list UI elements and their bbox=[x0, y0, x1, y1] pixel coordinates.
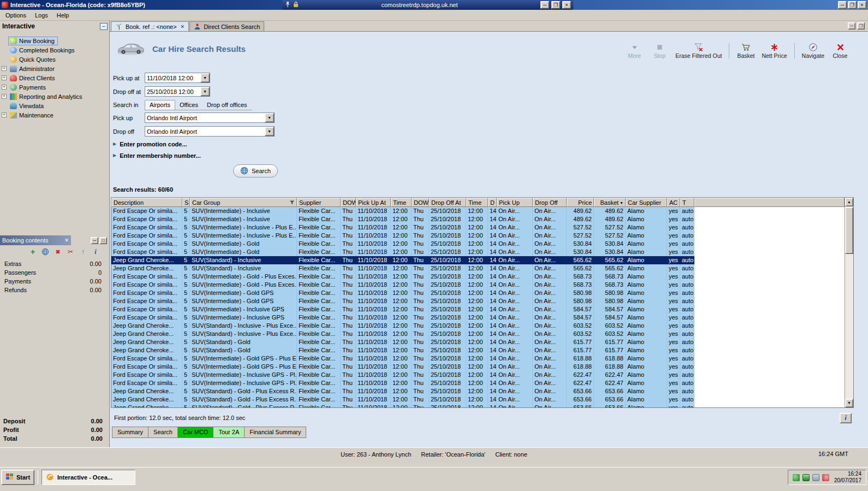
column-header-description-0[interactable]: Description bbox=[111, 198, 182, 207]
table-row[interactable]: Jeep Grand Cheroke...5SUV(Standard) - In… bbox=[111, 256, 845, 264]
scroll-down-icon[interactable]: ▼ bbox=[845, 399, 853, 407]
column-header-price-13[interactable]: Price bbox=[567, 198, 594, 207]
sidebar-item-maintenance[interactable]: +Maintenance bbox=[2, 110, 109, 120]
table-row[interactable]: Ford Escape Or simila...5SUV(Intermediat… bbox=[111, 313, 845, 322]
booking-contents-float-button[interactable]: □ bbox=[99, 237, 107, 244]
sidebar-item-quick-quotes[interactable]: Quick Quotes bbox=[2, 55, 109, 64]
tab-direct-clients-search[interactable]: Direct Clients Search bbox=[189, 21, 264, 31]
search-in-tab-drop-off-offices[interactable]: Drop off offices bbox=[203, 100, 252, 110]
column-header-dow-7[interactable]: DOW bbox=[412, 198, 429, 207]
column-header-time-9[interactable]: Time bbox=[466, 198, 488, 207]
info-icon[interactable]: i bbox=[91, 248, 100, 256]
column-header-ac-16[interactable]: AC bbox=[667, 198, 680, 207]
table-row[interactable]: Ford Escape Or simila...5SUV(Intermediat… bbox=[111, 223, 845, 232]
column-header-pick-up-at-5[interactable]: Pick Up At bbox=[356, 198, 391, 207]
column-header-drop-off-12[interactable]: Drop Off bbox=[533, 198, 567, 207]
close-window-button[interactable]: × bbox=[858, 1, 866, 9]
promotion-code-expander[interactable]: ▶ Enter promotion code... bbox=[110, 138, 868, 150]
column-header-time-6[interactable]: Time bbox=[391, 198, 412, 207]
rdp-restore-button[interactable]: ❐ bbox=[551, 1, 560, 9]
table-row[interactable]: Ford Escape Or simila...5SUV(Intermediat… bbox=[111, 371, 845, 379]
bottom-tab-financial-summary[interactable]: Financial Summary bbox=[244, 427, 306, 438]
scroll-up-icon[interactable]: ▲ bbox=[845, 198, 853, 206]
column-header-car-supplier-15[interactable]: Car Supplier bbox=[626, 198, 667, 207]
column-header-basket-14[interactable]: Basket▼ bbox=[594, 198, 626, 207]
close-button[interactable]: Close bbox=[831, 43, 849, 59]
search-in-tab-airports[interactable]: Airports bbox=[145, 100, 175, 110]
search-in-tab-offices[interactable]: Offices bbox=[175, 100, 203, 110]
table-row[interactable]: Jeep Grand Cheroke...5SUV(Standard) - In… bbox=[111, 264, 845, 273]
tab-book-ref-none[interactable]: Book. ref .: <none>✕ bbox=[111, 21, 189, 31]
pickup-at-dropdown-icon[interactable]: ▼ bbox=[200, 73, 210, 82]
pickup-input[interactable] bbox=[145, 115, 265, 121]
dropoff-at-input[interactable] bbox=[145, 88, 200, 95]
table-row[interactable]: Ford Escape Or simila...5SUV(Intermediat… bbox=[111, 379, 845, 387]
sidebar-collapse-button[interactable]: − bbox=[100, 23, 108, 30]
pickup-at-input[interactable] bbox=[145, 75, 200, 81]
bottom-tab-search[interactable]: Search bbox=[148, 427, 178, 438]
sidebar-item-payments[interactable]: +Payments bbox=[2, 82, 109, 92]
sidebar-item-completed-bookings[interactable]: Completed Bookings bbox=[2, 45, 109, 55]
rdp-minimize-button[interactable]: ─ bbox=[540, 1, 549, 9]
table-row[interactable]: Ford Escape Or simila...5SUV(Intermediat… bbox=[111, 273, 845, 281]
table-row[interactable]: Jeep Grand Cheroke...5SUV(Standard) - In… bbox=[111, 330, 845, 338]
column-header-car-group-2[interactable]: Car Group bbox=[190, 198, 297, 207]
table-row[interactable]: Jeep Grand Cheroke...5SUV(Standard) - Go… bbox=[111, 338, 845, 346]
table-row[interactable]: Ford Escape Or simila...5SUV(Intermediat… bbox=[111, 207, 845, 215]
basket-button[interactable]: Basket bbox=[736, 43, 755, 59]
nett-price-button[interactable]: Nett Price bbox=[762, 43, 787, 59]
sidebar-item-reporting-and-analytics[interactable]: +Reporting and Analytics bbox=[2, 92, 109, 101]
cut-icon[interactable]: ✂ bbox=[66, 248, 75, 256]
table-row[interactable]: Ford Escape Or simila...5SUV(Intermediat… bbox=[111, 215, 845, 223]
task-button[interactable]: Interactive - Ocea... bbox=[41, 470, 135, 485]
dropoff-dropdown-icon[interactable]: ▼ bbox=[265, 127, 274, 136]
close-tab-icon[interactable]: ✕ bbox=[181, 24, 185, 29]
maximize-button[interactable]: ❐ bbox=[848, 1, 857, 9]
dropoff-at-dropdown-icon[interactable]: ▼ bbox=[200, 87, 210, 96]
sidebar-item-new-booking[interactable]: New Booking bbox=[2, 36, 109, 45]
table-row[interactable]: Ford Escape Or simila...5SUV(Intermediat… bbox=[111, 248, 845, 256]
column-header-t-17[interactable]: T bbox=[680, 198, 694, 207]
start-button[interactable]: Start bbox=[1, 470, 34, 485]
menu-help[interactable]: Help bbox=[52, 10, 74, 20]
table-row[interactable]: Ford Escape Or simila...5SUV(Intermediat… bbox=[111, 240, 845, 248]
table-row[interactable]: Jeep Grand Cheroke...5SUV(Standard) - Go… bbox=[111, 404, 845, 408]
booking-contents-minimize-button[interactable]: ─ bbox=[91, 237, 98, 244]
table-row[interactable]: Ford Escape Or simila...5SUV(Intermediat… bbox=[111, 354, 845, 363]
table-row[interactable]: Jeep Grand Cheroke...5SUV(Standard) - Go… bbox=[111, 395, 845, 404]
pin-icon[interactable] bbox=[284, 1, 291, 9]
rdp-close-button[interactable]: × bbox=[562, 1, 571, 9]
column-header-drop-off-at-8[interactable]: Drop Off At bbox=[429, 198, 466, 207]
scroll-thumb[interactable] bbox=[845, 207, 853, 254]
up-icon[interactable]: ↑ bbox=[79, 248, 87, 256]
column-header-dow-4[interactable]: DOW bbox=[341, 198, 356, 207]
column-header-s-1[interactable]: S bbox=[182, 198, 190, 207]
membership-number-expander[interactable]: ▶ Enter membership number... bbox=[110, 150, 868, 161]
mdi-minimize-button[interactable]: ─ bbox=[848, 22, 855, 29]
sidebar-item-viewdata[interactable]: Viewdata bbox=[2, 101, 109, 110]
table-scrollbar[interactable]: ▲ ▼ bbox=[845, 198, 853, 407]
column-header-d-10[interactable]: D bbox=[488, 198, 497, 207]
add-icon[interactable]: + bbox=[28, 248, 37, 256]
mdi-restore-button[interactable]: ❐ bbox=[857, 22, 865, 29]
column-header-supplier-3[interactable]: Supplier bbox=[297, 198, 341, 207]
navigate-button[interactable]: Navigate bbox=[802, 43, 824, 59]
table-row[interactable]: Ford Escape Or simila...5SUV(Intermediat… bbox=[111, 297, 845, 305]
sidebar-item-administrator[interactable]: +Administrator bbox=[2, 64, 109, 73]
globe-icon[interactable] bbox=[41, 248, 50, 256]
table-row[interactable]: Jeep Grand Cheroke...5SUV(Standard) - In… bbox=[111, 322, 845, 330]
erase-filtered-out-button[interactable]: Erase Filtered Out bbox=[675, 43, 722, 59]
table-row[interactable]: Ford Escape Or simila...5SUV(Intermediat… bbox=[111, 363, 845, 371]
table-row[interactable]: Jeep Grand Cheroke...5SUV(Standard) - Go… bbox=[111, 346, 845, 354]
filter-icon[interactable] bbox=[289, 200, 295, 205]
table-row[interactable]: Jeep Grand Cheroke...5SUV(Standard) - Go… bbox=[111, 387, 845, 395]
menu-options[interactable]: Options bbox=[1, 10, 31, 20]
info-button[interactable]: i bbox=[840, 413, 852, 423]
bottom-tab-summary[interactable]: Summary bbox=[112, 427, 148, 438]
menu-logs[interactable]: Logs bbox=[31, 10, 52, 20]
dropoff-input[interactable] bbox=[145, 128, 265, 135]
booking-contents-close-icon[interactable]: ✕ bbox=[64, 238, 69, 243]
bottom-tab-car-mco[interactable]: Car MCO bbox=[177, 427, 213, 438]
table-row[interactable]: Ford Escape Or simila...5SUV(Intermediat… bbox=[111, 281, 845, 289]
search-button[interactable]: Search bbox=[233, 164, 278, 178]
